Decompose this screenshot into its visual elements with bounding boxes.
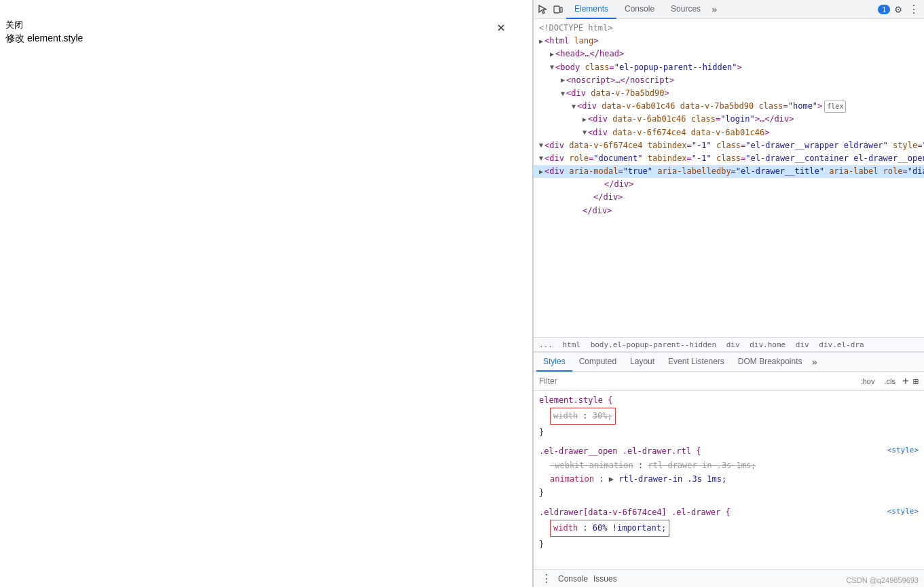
filter-input[interactable] — [539, 376, 858, 386]
inspect-icon[interactable] — [536, 3, 550, 16]
svg-rect-1 — [554, 6, 559, 13]
close-button[interactable]: 关闭 — [5, 19, 23, 31]
expand-head[interactable]: ▶ — [550, 49, 554, 60]
expand-noscript[interactable]: ▶ — [561, 75, 565, 86]
dom-line-close3[interactable]: </div> — [534, 204, 924, 217]
toolbar-right: 1 ⚙ ⋮ — [878, 3, 921, 16]
doctype-text: <!DOCTYPE html> — [539, 22, 612, 35]
body-tag: <body class="el-popup-parent--hidden"> — [555, 61, 742, 74]
css-selector-drawer-open: .el-drawer__open .el-drawer.rtl { <style… — [539, 444, 919, 458]
noscript-tag: <noscript>…</noscript> — [566, 74, 674, 87]
breadcrumb-item-div2[interactable]: div — [794, 340, 811, 349]
dom-line-div-6f[interactable]: ▼ <div data-v-6f674ce4 data-v-6ab01c46> — [534, 126, 924, 139]
collapse-body[interactable]: ▼ — [550, 62, 554, 73]
close-x-button[interactable]: × — [497, 19, 505, 35]
expand-div-login[interactable]: ▶ — [583, 114, 587, 125]
dom-line-doctype[interactable]: <!DOCTYPE html> — [534, 22, 924, 35]
bottom-menu-icon[interactable]: ⋮ — [539, 572, 554, 585]
rule-box-width-60: width : 60% !important; — [550, 520, 669, 536]
breadcrumb-item-diveldra[interactable]: div.el-dra — [817, 340, 865, 349]
breadcrumb-item-dots[interactable]: ... — [538, 340, 554, 349]
div-home-tag: <div data-v-6ab01c46 data-v-7ba5bd90 cla… — [577, 100, 822, 113]
breadcrumb-item-body[interactable]: body.el-popup-parent--hidden — [589, 340, 718, 349]
styles-tabs: Styles Computed Layout Event Listeners D… — [534, 353, 924, 372]
breadcrumb-item-div1[interactable]: div — [725, 340, 741, 349]
devtools-tabs: Elements Console Sources » — [566, 0, 878, 19]
modify-label: 修改 element.style — [5, 33, 83, 45]
devtools-panel: Elements Console Sources » 1 ⚙ ⋮ <!DOCTY… — [533, 0, 924, 587]
breadcrumb-item-html[interactable]: html — [561, 340, 583, 349]
css-rule-eldrawer: .eldrawer[data-v-6f674ce4] .el-drawer { … — [539, 505, 919, 551]
cls-button[interactable]: .cls — [881, 376, 898, 387]
animation-expand[interactable]: ▶ — [609, 474, 614, 484]
tab-dom-breakpoints[interactable]: DOM Breakpoints — [731, 353, 809, 372]
collapse-div-wrapper[interactable]: ▼ — [539, 140, 543, 151]
dom-line-div-container[interactable]: ▼ <div role="document" tabindex="-1" cla… — [534, 152, 924, 165]
dom-line-head[interactable]: ▶ <head>…</head> — [534, 48, 924, 60]
dom-tree: <!DOCTYPE html> ▶ <html lang> ▶ <head>…<… — [534, 19, 924, 337]
dom-line-div-wrapper[interactable]: ▼ <div data-v-6f674ce4 tabindex="-1" cla… — [534, 139, 924, 152]
div-v7-tag: <div data-v-7ba5bd90> — [566, 87, 669, 100]
expand-html[interactable]: ▶ — [539, 36, 543, 47]
close-div1: </div> — [604, 178, 633, 191]
css-close-brace-2: } — [539, 486, 919, 499]
collapse-div-container[interactable]: ▼ — [539, 153, 543, 164]
css-source-style1: <style> — [887, 444, 919, 457]
head-tag: <head>…</head> — [555, 48, 624, 60]
rule-box-width-30: width : 30%; — [550, 408, 616, 424]
css-prop-width-30: width : 30%; — [539, 407, 919, 425]
svg-rect-2 — [560, 7, 562, 12]
dom-line-noscript[interactable]: ▶ <noscript>…</noscript> — [534, 74, 924, 87]
dom-line-html[interactable]: ▶ <html lang> — [534, 35, 924, 48]
collapse-div-v7[interactable]: ▼ — [561, 88, 565, 99]
more-tabs-icon[interactable]: » — [709, 4, 720, 15]
breadcrumb-bar: ... html body.el-popup-parent--hidden di… — [534, 337, 924, 352]
device-toggle-icon[interactable] — [551, 3, 565, 16]
left-panel: 关闭 修改 element.style × — [0, 0, 533, 587]
console-label[interactable]: Console — [558, 574, 588, 584]
dom-line-close1[interactable]: </div> — [534, 178, 924, 191]
more-styles-tabs-icon[interactable]: » — [812, 357, 817, 368]
hov-button[interactable]: :hov — [858, 376, 878, 387]
dom-line-div-dialog[interactable]: ▶ <div aria-modal="true" aria-labelledby… — [534, 165, 924, 178]
expand-div-dialog[interactable]: ▶ — [539, 166, 543, 177]
css-prop-webkit-animation: -webkit-animation : rtl-drawer-in .3s 1m… — [539, 459, 919, 472]
css-prop-animation: animation : ▶ rtl-drawer-in .3s 1ms; — [539, 472, 919, 486]
dom-line-div-login[interactable]: ▶ <div data-v-6ab01c46 class="login">…</… — [534, 113, 924, 126]
tab-computed[interactable]: Computed — [572, 353, 623, 372]
div-container-tag: <div role="document" tabindex="-1" class… — [544, 152, 924, 165]
dom-line-div-home[interactable]: ▼ <div data-v-6ab01c46 data-v-7ba5bd90 c… — [534, 100, 924, 113]
collapse-div-home[interactable]: ▼ — [572, 101, 576, 112]
dom-line-div-v7[interactable]: ▼ <div data-v-7ba5bd90> — [534, 87, 924, 100]
tab-sources[interactable]: Sources — [663, 0, 709, 19]
watermark: CSDN @q249859693 — [846, 576, 919, 584]
css-selector-element-style: element.style { — [539, 393, 919, 407]
flex-badge-home[interactable]: flex — [824, 101, 846, 113]
tab-layout[interactable]: Layout — [623, 353, 661, 372]
svg-marker-0 — [539, 5, 547, 14]
filter-bar: :hov .cls + ⊞ — [534, 372, 924, 391]
tab-console[interactable]: Console — [616, 0, 663, 19]
close-div2: </div> — [593, 191, 623, 204]
add-rule-button[interactable]: + — [902, 374, 909, 387]
gear-icon[interactable]: ⚙ — [893, 3, 904, 16]
layout-icon[interactable]: ⊞ — [913, 376, 919, 387]
more-vert-icon[interactable]: ⋮ — [906, 3, 921, 16]
notification-badge[interactable]: 1 — [878, 5, 890, 14]
tab-event-listeners[interactable]: Event Listeners — [661, 353, 731, 372]
styles-panel: Styles Computed Layout Event Listeners D… — [534, 352, 924, 569]
css-rule-element-style: element.style { width : 30%; } — [539, 393, 919, 439]
div-6f-tag: <div data-v-6f674ce4 data-v-6ab01c46> — [588, 126, 769, 139]
tab-styles[interactable]: Styles — [536, 353, 572, 372]
css-selector-eldrawer: .eldrawer[data-v-6f674ce4] .el-drawer { … — [539, 505, 919, 519]
collapse-div-6f[interactable]: ▼ — [583, 127, 587, 138]
close-div3: </div> — [583, 204, 612, 217]
breadcrumb-item-divhome[interactable]: div.home — [748, 340, 787, 349]
css-close-brace-3: } — [539, 537, 919, 551]
dom-line-body[interactable]: ▼ <body class="el-popup-parent--hidden"> — [534, 61, 924, 74]
css-rules: element.style { width : 30%; } .el-drawe… — [534, 391, 924, 569]
tab-elements[interactable]: Elements — [566, 0, 616, 19]
dom-line-close2[interactable]: </div> — [534, 191, 924, 204]
issues-label[interactable]: Issues — [593, 574, 617, 584]
css-source-style2: <style> — [887, 505, 919, 518]
